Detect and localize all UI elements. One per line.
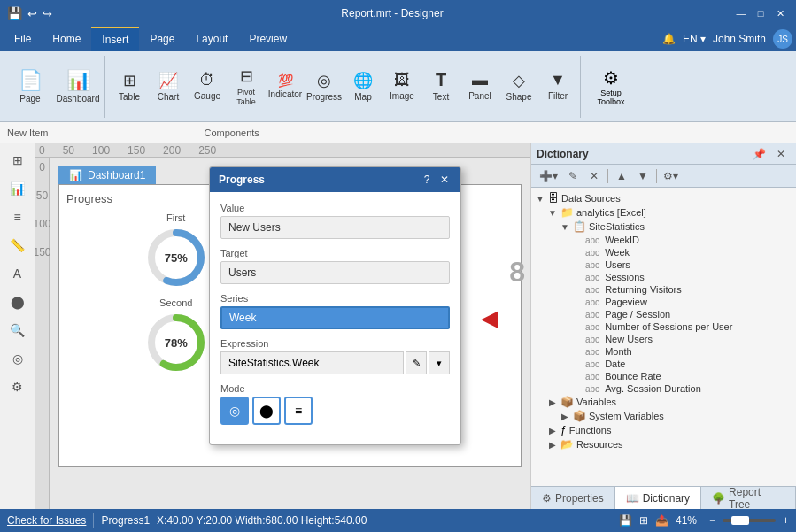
close-button[interactable]: ✕ (771, 4, 789, 22)
layout-icon[interactable]: ⊞ (639, 514, 648, 527)
tree-item-sitestatistics[interactable]: ▼ 📋 SiteStatistics (535, 220, 792, 234)
rp-up-btn[interactable]: ▲ (612, 166, 631, 186)
tool-gauge[interactable]: ⏱ Gauge (189, 58, 226, 115)
expand-sysvar[interactable]: ▶ (560, 411, 570, 421)
mode-pie-btn[interactable]: ⬤ (252, 397, 281, 425)
language-selector[interactable]: EN ▾ (683, 33, 706, 45)
left-btn-text[interactable]: A (3, 260, 33, 287)
mode-donut-btn[interactable]: ◎ (220, 397, 249, 425)
expand-resources[interactable]: ▶ (547, 439, 558, 450)
tree-field-returning[interactable]: abc Returning Visitors (535, 283, 792, 296)
left-btn-grid[interactable]: ⊞ (3, 147, 33, 173)
tree-field-bounce[interactable]: abc Bounce Rate (535, 370, 792, 382)
tree-item-resources[interactable]: ▶ 📂 Resources (535, 437, 792, 451)
tool-table[interactable]: ⊞ Table (111, 58, 148, 115)
tree-field-numsessions[interactable]: abc Number of Sessions per User (535, 320, 792, 333)
tool-chart[interactable]: 📈 Chart (150, 58, 187, 115)
tab-properties[interactable]: ⚙ Properties (531, 487, 615, 509)
save-icon[interactable]: 💾 (7, 6, 22, 20)
rp-add-btn[interactable]: ➕▾ (535, 166, 561, 186)
tool-panel[interactable]: ▬ Panel (461, 58, 498, 115)
tool-shape[interactable]: ◇ Shape (500, 58, 537, 115)
menu-home[interactable]: Home (42, 27, 91, 51)
left-btn-chart[interactable]: 📊 (3, 175, 33, 202)
tree-field-weekid[interactable]: abc WeekID (535, 234, 792, 246)
rp-close-btn[interactable]: ✕ (771, 144, 791, 164)
left-btn-ruler[interactable]: 📏 (3, 232, 33, 258)
tool-image[interactable]: 🖼 Image (383, 58, 421, 115)
rp-edit-btn[interactable]: ✎ (563, 166, 583, 186)
minimize-button[interactable]: — (732, 4, 750, 22)
export-icon[interactable]: 📤 (655, 514, 668, 527)
mode-bar-btn[interactable]: ≡ (284, 397, 313, 425)
tree-field-pageview[interactable]: abc Pageview (535, 296, 792, 308)
tree-item-analytics[interactable]: ▼ 📁 analytics [Excel] (535, 205, 792, 220)
tree-item-variables[interactable]: ▶ 📦 Variables (535, 395, 792, 409)
tool-filter[interactable]: ▼ Filter (539, 58, 576, 115)
check-issues-btn[interactable]: Check for Issues (7, 514, 86, 527)
tool-text[interactable]: T Text (422, 58, 460, 115)
tree-field-avgsession[interactable]: abc Avg. Session Duration (535, 382, 792, 395)
redo-icon[interactable]: ↪ (43, 7, 52, 20)
tab-report-tree[interactable]: 🌳 Report Tree (701, 487, 796, 509)
rp-settings-btn[interactable]: ⚙▾ (661, 166, 680, 186)
expand-analytics[interactable]: ▼ (547, 207, 558, 218)
menu-file[interactable]: File (4, 27, 42, 51)
user-avatar[interactable]: JS (773, 29, 792, 49)
undo-icon[interactable]: ↩ (27, 7, 37, 20)
expression-input[interactable] (220, 351, 404, 374)
expand-sitestatistics[interactable]: ▼ (560, 221, 570, 232)
zoom-slider[interactable] (723, 519, 776, 522)
tree-field-users[interactable]: abc Users (535, 258, 792, 271)
dialog-help[interactable]: ? (420, 173, 434, 187)
tool-progress[interactable]: ◎ Progress (305, 58, 343, 115)
tree-field-sessions[interactable]: abc Sessions (535, 271, 792, 283)
left-btn-search[interactable]: 🔍 (3, 317, 33, 343)
tree-item-functions[interactable]: ▶ ƒ Functions (535, 423, 792, 437)
value-input[interactable] (220, 216, 450, 239)
menu-page[interactable]: Page (139, 27, 185, 51)
tree-field-month[interactable]: abc Month (535, 345, 792, 358)
left-btn-list[interactable]: ≡ (3, 204, 33, 230)
tree-field-newusers[interactable]: abc New Users (535, 333, 792, 345)
left-btn-circle[interactable]: ⬤ (3, 289, 33, 315)
save-status-icon[interactable]: 💾 (619, 514, 632, 527)
expression-dropdown-btn[interactable]: ▾ (429, 351, 450, 374)
maximize-button[interactable]: □ (752, 4, 769, 22)
target-input[interactable] (220, 261, 450, 284)
zoom-out-btn[interactable]: − (709, 514, 715, 527)
zoom-in-btn[interactable]: + (783, 514, 789, 527)
dialog-close[interactable]: ✕ (437, 173, 452, 187)
bell-icon[interactable]: 🔔 (662, 33, 676, 45)
value-label: Value (220, 203, 450, 213)
menu-preview[interactable]: Preview (238, 27, 298, 51)
menu-layout[interactable]: Layout (185, 27, 238, 51)
zoom-handle[interactable] (731, 516, 749, 525)
tool-indicator[interactable]: 💯 Indicator (267, 58, 304, 115)
left-btn-progress[interactable]: ◎ (3, 345, 33, 372)
series-input[interactable] (220, 306, 450, 329)
rp-delete-btn[interactable]: ✕ (584, 166, 604, 186)
expand-datasources[interactable]: ▼ (535, 193, 545, 204)
tool-page[interactable]: 📄 Page (7, 58, 53, 115)
tool-dashboard[interactable]: 📊 Dashboard (55, 58, 101, 115)
tool-pivot[interactable]: ⊟ PivotTable (228, 58, 265, 115)
tree-field-date[interactable]: abc Date (535, 358, 792, 370)
sub-toolbar: New Item Components (0, 122, 796, 143)
menu-insert[interactable]: Insert (91, 27, 139, 51)
tree-item-datasources[interactable]: ▼ 🗄 Data Sources (535, 191, 792, 205)
rp-down-btn[interactable]: ▼ (633, 166, 653, 186)
expression-edit-btn[interactable]: ✎ (406, 351, 427, 374)
tool-map[interactable]: 🌐 Map (344, 58, 382, 115)
rp-pin-btn[interactable]: 📌 (749, 144, 769, 164)
tab-dictionary[interactable]: 📖 Dictionary (615, 487, 701, 509)
field-label-sessions: Sessions (602, 272, 645, 282)
expand-variables[interactable]: ▶ (547, 397, 558, 407)
tree-field-pagesession[interactable]: abc Page / Session (535, 308, 792, 320)
tree-item-sysvar[interactable]: ▶ 📦 System Variables (535, 409, 792, 423)
tool-setup-toolbox[interactable]: ⚙ SetupToolbox (586, 58, 636, 115)
tree-field-week[interactable]: abc Week (535, 246, 792, 258)
expand-functions[interactable]: ▶ (547, 425, 558, 436)
left-btn-settings[interactable]: ⚙ (3, 374, 33, 400)
mode-label: Mode (220, 383, 450, 394)
